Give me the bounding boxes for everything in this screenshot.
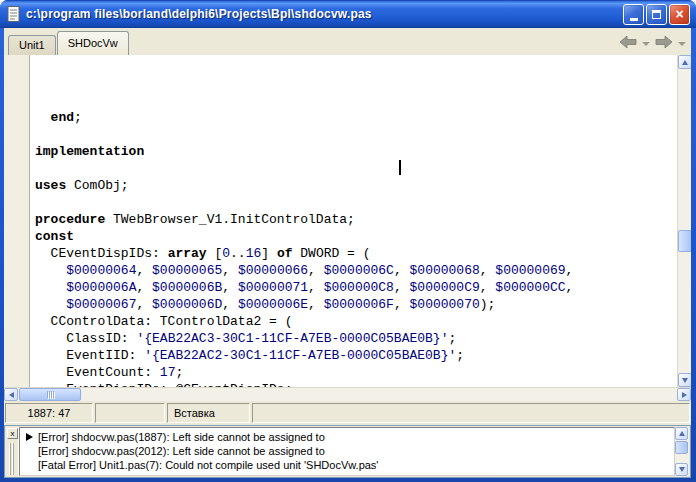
code-line[interactable]: EventIID: '{EAB22AC2-30C1-11CF-A7EB-0000… <box>35 347 677 364</box>
grip-icon <box>49 391 50 398</box>
message-row[interactable]: [Error] shdocvw.pas(2012): Left side can… <box>20 444 674 458</box>
arrow-down-icon <box>682 378 688 383</box>
horizontal-scroll-thumb[interactable] <box>19 388 81 401</box>
back-button[interactable] <box>619 35 637 49</box>
message-list: [Error] shdocvw.pas(1887): Left side can… <box>19 427 675 476</box>
status-modified-panel <box>95 403 165 423</box>
message-text: [Fatal Error] Unit1.pas(7): Could not co… <box>38 458 378 472</box>
arrow-left-icon <box>9 392 14 398</box>
code-line[interactable]: implementation <box>35 143 677 160</box>
delphi-editor-window: c:\program files\borland\delphi6\Project… <box>0 0 696 482</box>
maximize-icon <box>652 10 661 19</box>
message-scroll-up-button[interactable] <box>675 427 688 440</box>
grip-icon <box>51 391 52 398</box>
minimize-button[interactable] <box>623 4 644 25</box>
message-panel-close-button[interactable]: x <box>7 428 18 439</box>
message-text: [Error] shdocvw.pas(2012): Left side can… <box>38 444 325 458</box>
message-panel-grip[interactable]: x <box>6 427 19 476</box>
code-line[interactable]: end; <box>35 109 677 126</box>
code-line[interactable] <box>35 160 677 177</box>
document-icon[interactable] <box>7 6 21 22</box>
scroll-down-button[interactable] <box>678 373 691 387</box>
arrow-down-icon <box>679 467 685 472</box>
vertical-scroll-thumb[interactable] <box>678 230 691 252</box>
code-area[interactable]: end; implementation uses ComObj; procedu… <box>30 55 677 387</box>
editor-gutter <box>4 55 30 387</box>
message-scroll-thumb[interactable] <box>675 441 688 454</box>
arrow-up-icon <box>679 431 685 436</box>
message-scroll-down-button[interactable] <box>675 463 688 476</box>
window-title: c:\program files\borland\delphi6\Project… <box>26 7 623 21</box>
maximize-button[interactable] <box>646 4 667 25</box>
message-text: [Error] shdocvw.pas(1887): Left side can… <box>38 430 325 444</box>
arrow-up-icon <box>682 60 688 65</box>
code-line[interactable]: $0000006A, $0000006B, $00000071, $000000… <box>35 279 677 296</box>
editor-horizontal-scrollbar[interactable] <box>4 387 691 401</box>
code-line[interactable]: procedure TWebBrowser_V1.InitControlData… <box>35 211 677 228</box>
code-line[interactable]: ClassID: '{EAB22AC3-30C1-11CF-A7EB-0000C… <box>35 330 677 347</box>
nav-cluster <box>619 33 686 51</box>
scroll-left-button[interactable] <box>4 388 18 401</box>
status-info-panel <box>252 403 690 423</box>
scroll-up-button[interactable] <box>678 55 691 69</box>
forward-dropdown-icon[interactable] <box>678 42 686 46</box>
status-insert-mode: Вставка <box>167 403 250 423</box>
close-icon: × <box>675 7 683 21</box>
code-line[interactable]: EventCount: 17; <box>35 364 677 381</box>
forward-button[interactable] <box>655 35 673 49</box>
code-line[interactable]: const <box>35 228 677 245</box>
tab-unit1[interactable]: Unit1 <box>8 35 56 55</box>
status-caret-position: 1887: 47 <box>5 403 93 423</box>
current-message-pointer-icon <box>26 433 33 441</box>
tab-shdocvw[interactable]: SHDocVw <box>57 31 129 55</box>
code-line[interactable]: $00000064, $00000065, $00000066, $000000… <box>35 262 677 279</box>
code-line[interactable]: uses ComObj; <box>35 177 677 194</box>
back-dropdown-icon[interactable] <box>642 42 650 46</box>
tab-bar: Unit1SHDocVw <box>8 28 130 55</box>
code-line[interactable]: CEventDispIDs: array [0..16] of DWORD = … <box>35 245 677 262</box>
status-bar: 1887: 47 Вставка <box>4 401 691 425</box>
scroll-right-button[interactable] <box>677 388 691 401</box>
code-line[interactable] <box>35 126 677 143</box>
code-line[interactable] <box>35 194 677 211</box>
editor-region: end; implementation uses ComObj; procedu… <box>4 55 691 387</box>
text-caret <box>399 160 401 175</box>
message-vertical-scrollbar[interactable] <box>675 427 689 476</box>
code-line[interactable]: $00000067, $0000006D, $0000006E, $000000… <box>35 296 677 313</box>
message-panel: x [Error] shdocvw.pas(1887): Left side c… <box>4 425 691 478</box>
minimize-icon <box>630 18 638 21</box>
code-line[interactable]: CControlData: TControlData2 = ( <box>35 313 677 330</box>
grip-icon <box>53 391 54 398</box>
message-row[interactable]: [Fatal Error] Unit1.pas(7): Could not co… <box>20 458 674 472</box>
title-bar[interactable]: c:\program files\borland\delphi6\Project… <box>0 0 696 28</box>
arrow-right-icon <box>682 392 687 398</box>
editor-vertical-scrollbar[interactable] <box>677 55 691 387</box>
grip-ridges-icon <box>9 443 15 475</box>
tab-strip: Unit1SHDocVw <box>4 28 691 55</box>
close-button[interactable]: × <box>669 4 690 25</box>
message-row[interactable]: [Error] shdocvw.pas(1887): Left side can… <box>20 430 674 444</box>
grip-icon <box>47 391 48 398</box>
